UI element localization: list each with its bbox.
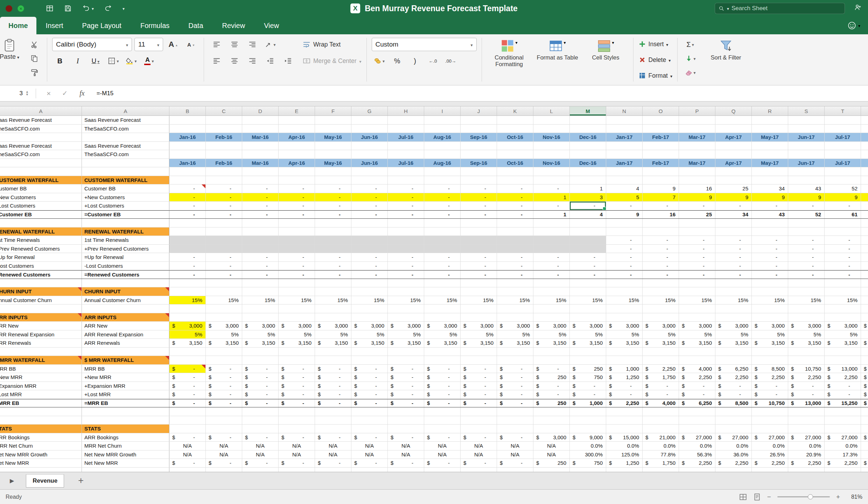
row-label[interactable]: TheSaaSCFO.com [0,125,82,133]
cell[interactable]: $- [570,382,606,390]
cell[interactable]: $- [315,399,351,407]
row-label[interactable]: =MRR EB [0,399,82,407]
cell-partial[interactable]: $ [861,382,868,390]
cell[interactable]: - [788,253,825,261]
cell[interactable]: 4 [606,184,643,193]
cell[interactable] [570,219,606,227]
cell[interactable] [497,116,533,124]
cell[interactable]: $4,000 [679,365,715,373]
cell[interactable]: 25 [679,211,715,219]
cell[interactable] [570,416,606,425]
column-header-c[interactable]: C [206,106,242,115]
cell-partial[interactable]: $ [861,339,868,347]
text-orientation-button[interactable] [262,38,278,51]
cell[interactable]: - [461,193,497,202]
cell[interactable]: - [533,253,570,261]
copy-button[interactable] [27,52,42,65]
row-label[interactable]: 1st Time Renewals [0,236,82,244]
cell[interactable] [424,304,461,313]
cell[interactable]: $- [206,459,242,467]
cell[interactable]: $- [643,390,679,399]
cell[interactable] [424,287,461,296]
cell[interactable]: N/A [533,450,570,459]
format-as-table-button[interactable]: Format as Table [535,38,580,61]
number-format-select[interactable]: Custom [372,38,477,51]
cell[interactable] [679,313,715,322]
cell[interactable]: - [169,184,206,193]
cell[interactable]: $- [461,365,497,373]
cell[interactable] [752,176,788,184]
cell[interactable]: $- [169,365,206,373]
row-label[interactable]: =Customer EB [82,211,169,219]
cell[interactable] [497,236,533,244]
cell[interactable] [825,279,861,287]
cell[interactable]: $8,500 [752,365,788,373]
cell[interactable]: $3,150 [570,339,606,347]
cell[interactable]: - [315,262,351,270]
cell[interactable] [388,279,424,287]
cell[interactable]: $- [206,382,242,390]
cell[interactable] [169,313,206,322]
row-label[interactable]: +New MRR [0,373,82,382]
month-header-cell[interactable]: Jun-16 [351,133,388,141]
cell[interactable] [825,425,861,433]
cell[interactable]: $3,000 [643,322,679,330]
cell[interactable]: - [351,193,388,202]
row-label[interactable] [0,348,82,356]
cell[interactable] [424,227,461,236]
column-header-q[interactable]: Q [715,106,752,115]
cell[interactable]: $- [388,373,424,382]
cell[interactable]: $- [279,399,315,407]
row-label[interactable]: +New MRR [82,373,169,382]
cell[interactable] [497,176,533,184]
column-header-s[interactable]: S [788,106,825,115]
cell[interactable] [424,245,461,253]
cell[interactable] [825,287,861,296]
cell[interactable] [388,142,424,150]
cell[interactable]: $- [788,390,825,399]
cell[interactable] [715,468,752,472]
cell[interactable]: $- [279,459,315,467]
cell[interactable]: - [242,253,279,261]
cell[interactable]: - [752,202,788,210]
month-header-cell[interactable]: Oct-16 [497,159,533,167]
cell[interactable]: 26.5% [752,450,788,459]
section-label[interactable]: CHURN INPUT [82,287,169,296]
cell[interactable]: $2,250 [606,399,643,407]
cell[interactable]: - [715,245,752,253]
cell[interactable] [497,167,533,176]
cell[interactable] [169,279,206,287]
cell[interactable]: $3,000 [461,322,497,330]
cell[interactable]: N/A [461,450,497,459]
cell[interactable]: 5% [825,330,861,339]
cell[interactable]: $10,750 [752,399,788,407]
row-label[interactable]: +Lost MRR [0,390,82,399]
cell[interactable] [606,116,643,124]
cell[interactable] [315,313,351,322]
cell[interactable] [679,287,715,296]
column-header-r[interactable]: R [752,106,788,115]
cell[interactable] [825,356,861,364]
cell[interactable] [315,176,351,184]
cell[interactable] [643,468,679,472]
section-label[interactable]: CUSTOMER WATERFALL [82,176,169,184]
cell[interactable]: $- [424,390,461,399]
cell[interactable]: 15% [169,296,206,304]
cell[interactable]: $750 [570,373,606,382]
cell[interactable]: - [752,262,788,270]
cell[interactable] [169,167,206,176]
cell-styles-button[interactable]: Cell Styles [583,38,628,61]
cell[interactable]: 52 [788,211,825,219]
cell[interactable] [715,176,752,184]
cell[interactable]: $- [206,399,242,407]
cell[interactable] [461,468,497,472]
cell[interactable] [206,150,242,159]
cell[interactable]: N/A [242,450,279,459]
cell[interactable]: $- [169,459,206,467]
cell[interactable] [643,219,679,227]
column-header-d[interactable]: D [242,106,279,115]
add-sheet-button[interactable] [78,476,84,485]
cell[interactable] [351,287,388,296]
zoom-in-button[interactable] [836,493,840,501]
cell[interactable] [788,304,825,313]
